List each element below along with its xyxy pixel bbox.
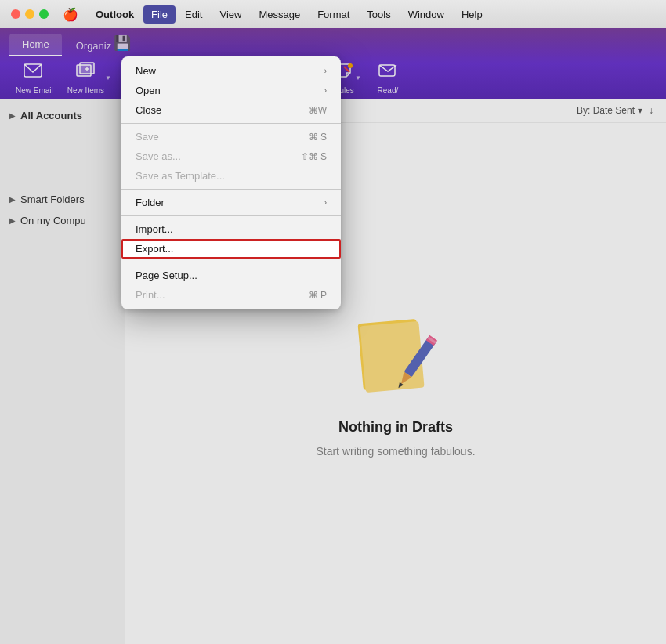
menubar-item-help[interactable]: Help bbox=[454, 5, 490, 24]
apple-menu[interactable]: 🍎 bbox=[55, 4, 86, 25]
menu-item-save: Save ⌘ S bbox=[121, 127, 341, 147]
menu-item-save-label: Save bbox=[136, 131, 159, 143]
menubar-item-tools[interactable]: Tools bbox=[359, 5, 398, 24]
menu-item-save-as-shortcut: ⇧⌘ S bbox=[301, 151, 327, 162]
minimize-button[interactable] bbox=[25, 9, 34, 19]
menu-item-import-label: Import... bbox=[136, 223, 173, 235]
menu-item-print-shortcut: ⌘ P bbox=[309, 290, 327, 301]
menu-item-new[interactable]: New › bbox=[121, 61, 341, 81]
menubar-item-file[interactable]: File bbox=[143, 5, 176, 24]
mac-menu-bar: 🍎 Outlook File Edit View Message Format … bbox=[0, 0, 666, 28]
menu-item-close-label: Close bbox=[136, 104, 161, 116]
menu-item-open[interactable]: Open › bbox=[121, 81, 341, 100]
menu-item-page-setup-label: Page Setup... bbox=[136, 270, 197, 281]
close-button[interactable] bbox=[11, 9, 20, 19]
menu-item-save-as: Save as... ⇧⌘ S bbox=[121, 147, 341, 166]
menu-item-folder-label: Folder bbox=[136, 197, 165, 208]
menubar-item-window[interactable]: Window bbox=[400, 5, 452, 24]
menu-item-import[interactable]: Import... bbox=[121, 219, 341, 239]
menubar-item-view[interactable]: View bbox=[212, 5, 249, 24]
submenu-arrow-folder: › bbox=[324, 198, 327, 207]
menu-item-page-setup[interactable]: Page Setup... bbox=[121, 266, 341, 285]
menu-item-save-shortcut: ⌘ S bbox=[309, 132, 327, 143]
window-controls bbox=[6, 9, 53, 19]
menu-item-folder[interactable]: Folder › bbox=[121, 193, 341, 212]
menu-item-save-as-template-label: Save as Template... bbox=[136, 170, 225, 182]
menubar-item-edit[interactable]: Edit bbox=[177, 5, 210, 24]
menu-separator-4 bbox=[121, 262, 341, 262]
submenu-arrow-new: › bbox=[324, 67, 327, 75]
menubar-item-outlook[interactable]: Outlook bbox=[88, 5, 142, 24]
menu-item-print-label: Print... bbox=[136, 289, 165, 301]
menu-separator-3 bbox=[121, 215, 341, 216]
menu-dropdown-overlay[interactable]: New › Open › Close ⌘W Save ⌘ S Save as..… bbox=[0, 28, 666, 644]
menubar-item-format[interactable]: Format bbox=[309, 5, 357, 24]
menu-separator-2 bbox=[121, 189, 341, 190]
menu-item-close-shortcut: ⌘W bbox=[309, 105, 327, 116]
menu-item-export-label: Export... bbox=[136, 243, 173, 255]
menu-item-print: Print... ⌘ P bbox=[121, 285, 341, 305]
menu-item-open-label: Open bbox=[136, 85, 161, 96]
file-menu-dropdown: New › Open › Close ⌘W Save ⌘ S Save as..… bbox=[121, 56, 341, 309]
menu-item-close[interactable]: Close ⌘W bbox=[121, 100, 341, 120]
menu-item-save-as-template: Save as Template... bbox=[121, 166, 341, 186]
menu-item-new-label: New bbox=[136, 65, 156, 77]
menu-separator-1 bbox=[121, 123, 341, 124]
maximize-button[interactable] bbox=[39, 9, 49, 19]
menu-item-export[interactable]: Export... bbox=[121, 239, 341, 259]
submenu-arrow-open: › bbox=[324, 86, 327, 95]
menubar-item-message[interactable]: Message bbox=[251, 5, 308, 24]
menu-item-save-as-label: Save as... bbox=[136, 150, 181, 162]
